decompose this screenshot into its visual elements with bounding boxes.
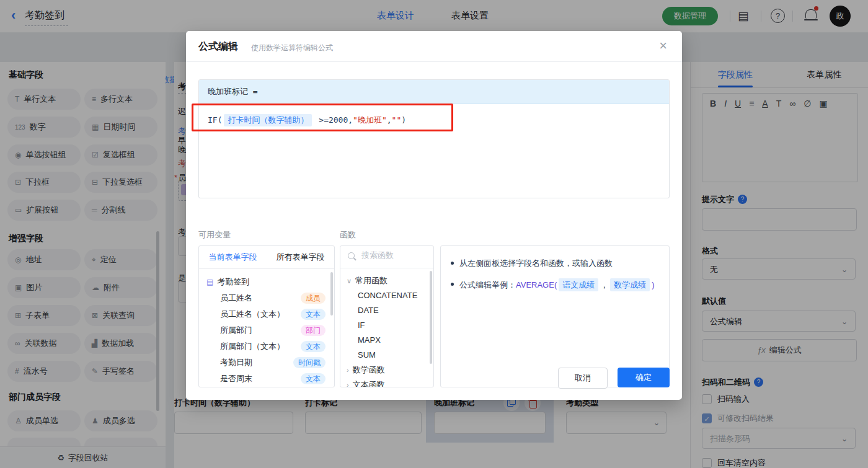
- function-search: [340, 246, 433, 268]
- function-item[interactable]: SUM: [340, 348, 433, 363]
- chevron-expanded-icon: ∨: [347, 277, 352, 285]
- example-field-token: 数学成绩: [610, 278, 650, 292]
- function-item[interactable]: CONCATENATE: [340, 288, 433, 303]
- annotation-highlight-box: [192, 104, 453, 131]
- tab-all-form-fields[interactable]: 所有表单字段: [267, 246, 334, 268]
- tips-panel: 从左侧面板选择字段名和函数，或输入函数 公式编辑举例：AVERAGE(语文成绩，…: [440, 245, 670, 387]
- variable-row[interactable]: 所属部门部门: [199, 322, 334, 338]
- close-icon[interactable]: ×: [659, 39, 667, 53]
- type-badge: 文本: [301, 341, 326, 352]
- modal-subtitle: 使用数学运算符编辑公式: [251, 43, 333, 53]
- confirm-button[interactable]: 确定: [618, 368, 670, 387]
- function-group-text[interactable]: ›文本函数: [340, 377, 433, 387]
- modal-title: 公式编辑: [198, 40, 238, 53]
- form-file-icon: ▤: [206, 278, 213, 286]
- function-item[interactable]: MAPX: [340, 333, 433, 348]
- search-icon: [348, 252, 355, 259]
- variables-label: 可用变量: [198, 229, 231, 241]
- type-badge: 部门: [301, 325, 326, 336]
- variable-row[interactable]: 员工姓名（文本）文本: [199, 306, 334, 322]
- tab-current-form-fields[interactable]: 当前表单字段: [199, 246, 267, 268]
- variable-row[interactable]: 员工姓名成员: [199, 290, 334, 306]
- function-item[interactable]: IF: [340, 318, 433, 333]
- formula-result-label: 晚加班标记 =: [199, 80, 669, 104]
- tip-line-2: 公式编辑举例：AVERAGE(语文成绩，数学成绩): [451, 278, 659, 292]
- chevron-collapsed-icon: ›: [347, 366, 349, 374]
- type-badge: 文本: [301, 373, 326, 384]
- form-node[interactable]: ▤考勤签到: [199, 274, 334, 290]
- functions-panel: ∨常用函数 CONCATENATE DATE IF MAPX SUM ›数学函数…: [340, 245, 434, 387]
- type-badge: 时间戳: [293, 357, 326, 368]
- example-function: AVERAGE(: [516, 280, 557, 289]
- function-group-math[interactable]: ›数学函数: [340, 363, 433, 377]
- function-group-common[interactable]: ∨常用函数: [340, 273, 433, 288]
- functions-scrollbar[interactable]: [430, 271, 432, 364]
- function-search-input[interactable]: [360, 250, 428, 260]
- type-badge: 文本: [301, 309, 326, 320]
- variable-row[interactable]: 所属部门（文本）文本: [199, 338, 334, 355]
- example-field-token: 语文成绩: [559, 278, 598, 292]
- cancel-button[interactable]: 取消: [558, 368, 608, 389]
- app-window: ‹ 考勤签到 表单设计 表单设置 数据管理 ▤ ? 政 ⊘表单外链 ▤后端脚本 …: [0, 0, 868, 468]
- formula-editor[interactable]: 晚加班标记 = IF(打卡时间（数字辅助） >=2000,"晚加班",""): [198, 79, 670, 198]
- variables-tabs: 当前表单字段 所有表单字段: [199, 246, 334, 269]
- variable-row[interactable]: 考勤日期时间戳: [199, 355, 334, 371]
- formula-editor-modal: 公式编辑 使用数学运算符编辑公式 × 晚加班标记 = IF(打卡时间（数字辅助）…: [186, 31, 682, 400]
- tip-line-1: 从左侧面板选择字段名和函数，或输入函数: [451, 257, 659, 270]
- variables-scrollbar[interactable]: [330, 272, 333, 316]
- modal-footer: 取消 确定: [558, 368, 670, 389]
- variables-panel: 当前表单字段 所有表单字段 ▤考勤签到 员工姓名成员 员工姓名（文本）文本 所属…: [198, 245, 335, 387]
- variable-row[interactable]: 是否周末文本: [199, 371, 334, 387]
- modal-header: 公式编辑 使用数学运算符编辑公式 ×: [186, 31, 682, 62]
- functions-label: 函数: [340, 229, 356, 241]
- chevron-collapsed-icon: ›: [347, 381, 349, 387]
- type-badge: 成员: [301, 293, 326, 304]
- function-item[interactable]: DATE: [340, 303, 433, 318]
